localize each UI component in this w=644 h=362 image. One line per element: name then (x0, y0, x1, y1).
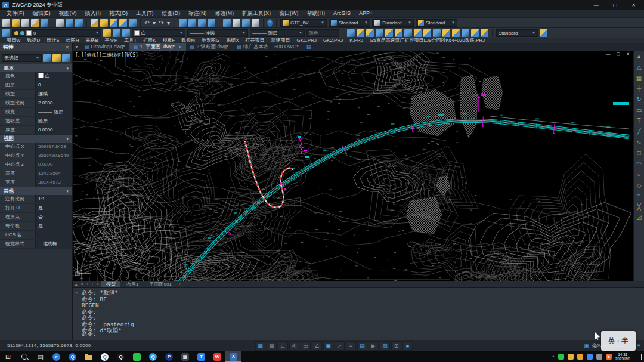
match-properties-icon[interactable] (129, 19, 137, 27)
osnap-toggle[interactable]: ▭ (301, 341, 311, 351)
custom-menu-item[interactable]: GK1.PRJ (294, 38, 320, 43)
command-close-icon[interactable]: ✕ (75, 290, 78, 295)
units-label[interactable]: 毫米 (592, 342, 602, 349)
dim-ordinate-icon[interactable] (376, 29, 383, 37)
drawing-canvas[interactable] (73, 51, 633, 281)
grid-toggle[interactable]: ▦ (255, 341, 265, 351)
menu-item[interactable]: 窗口(W) (275, 10, 303, 17)
taskbar-tencent-docs-icon[interactable]: T (193, 351, 209, 362)
property-value[interactable]: 509917.8423 (35, 143, 72, 151)
taskbar-360-speed-browser-icon[interactable]: Q (64, 351, 80, 362)
lineweight-toggle[interactable]: ≡ (346, 341, 356, 351)
property-value[interactable]: 1242.8504 (35, 169, 72, 178)
polygon-icon[interactable]: ◇ (635, 181, 643, 189)
dim-aligned-icon[interactable] (357, 29, 364, 37)
menu-item[interactable]: 插入(I) (81, 10, 106, 17)
isolate-objects-toggle[interactable]: ■ (402, 341, 413, 351)
transparency-toggle[interactable]: ▤ (357, 341, 367, 351)
viewport-close-icon[interactable]: ✕ (626, 52, 630, 57)
line-icon[interactable]: ╱ (635, 128, 643, 135)
text-icon[interactable]: T (635, 117, 643, 125)
taskbar-file-explorer-icon[interactable] (80, 351, 97, 362)
property-value[interactable]: 1:1 (35, 195, 72, 203)
save-icon[interactable] (21, 19, 29, 27)
rotate-icon[interactable]: ↻ (635, 95, 643, 103)
property-value[interactable]: 是 (35, 222, 72, 230)
linetype-combo[interactable]: ——— 连续▼ (187, 29, 248, 37)
units-icon[interactable]: ▣ (584, 342, 589, 348)
menu-item[interactable]: 标注(N) (184, 10, 211, 17)
table-style-combo[interactable]: Standard▼ (372, 19, 414, 27)
minimize-icon[interactable]: — (594, 2, 599, 8)
dim-continue-icon[interactable] (423, 29, 431, 37)
polar-toggle[interactable]: ◎ (289, 341, 299, 351)
tray-wechat-icon[interactable] (558, 354, 564, 360)
publish-icon[interactable] (75, 19, 83, 27)
taskbar-clock[interactable]: 14:31 2025/8/6 (615, 352, 630, 361)
menu-item[interactable]: ArcGIS (329, 10, 355, 17)
maximize-icon[interactable]: ▢ (613, 2, 618, 8)
trim-icon[interactable]: ╳ (635, 203, 643, 211)
snap-toggle[interactable]: ▦ (267, 341, 277, 351)
tray-qq-2-icon[interactable] (577, 354, 583, 360)
ortho-toggle[interactable]: ∟ (278, 341, 288, 351)
menu-item[interactable]: 修改(M) (211, 10, 239, 17)
quick-select-icon[interactable] (62, 54, 70, 62)
dim-linear-icon[interactable] (347, 29, 355, 37)
menu-item[interactable]: 编辑(E) (29, 10, 55, 17)
new-icon[interactable] (2, 19, 10, 27)
selection-combo[interactable]: 无选择 ▼ (2, 54, 42, 62)
polyline-icon[interactable]: ∿ (635, 138, 643, 146)
copy-icon[interactable] (100, 19, 108, 27)
select-window-icon[interactable]: ▭ (635, 106, 643, 114)
otrack-toggle[interactable]: ∠ (312, 341, 322, 351)
color-combo[interactable]: 白▼ (132, 29, 185, 37)
dim-edit-icon[interactable] (462, 29, 469, 37)
text-style-combo[interactable]: GTF_IW▼ (280, 19, 327, 27)
move-icon[interactable]: ┼ (635, 85, 643, 92)
menu-item[interactable]: APP+ (355, 10, 377, 17)
sheet-set-icon[interactable] (242, 19, 250, 27)
offset-icon[interactable]: ≡ (635, 192, 643, 200)
collapse-icon[interactable]: ▾ (66, 137, 69, 141)
dynamic-ucs-toggle[interactable]: ▣ (323, 341, 333, 351)
command-line-panel[interactable]: ✕ 命令: *取消*命令: REREGEN命令:命令:命令: _pasteori… (73, 287, 644, 340)
selection-cycling-toggle[interactable]: ▶ (369, 341, 379, 351)
zoom-realtime-icon[interactable] (188, 19, 196, 27)
taskbar-start-icon[interactable]: ⊞ (0, 351, 16, 362)
dim-update-icon[interactable] (481, 29, 488, 37)
property-value[interactable]: 随层 (35, 117, 72, 125)
taskbar-wechat-icon[interactable] (129, 351, 145, 362)
property-value[interactable]: 白 (35, 72, 72, 81)
layout-nav-last-icon[interactable]: » (95, 282, 100, 286)
arc-icon[interactable]: ◠ (635, 160, 643, 168)
open-icon[interactable] (12, 19, 20, 27)
properties-section-header[interactable]: 基本▾ (0, 64, 72, 72)
taskbar-zwcad-icon[interactable]: Λ (225, 351, 242, 362)
menu-item[interactable]: 格式(O) (105, 10, 132, 17)
save-as-icon[interactable] (31, 19, 39, 27)
dim-center-mark-icon[interactable] (452, 29, 460, 37)
elevation-icon[interactable]: ▲ (635, 52, 643, 60)
property-value[interactable]: 3014.4573 (35, 178, 72, 187)
annotation-monitor-toggle[interactable]: ▨ (380, 341, 390, 351)
property-value[interactable]: 2.0000 (35, 99, 72, 107)
paste-special-icon[interactable] (119, 19, 127, 27)
dim-arc-length-icon[interactable] (366, 29, 374, 37)
properties-section-header[interactable]: 视图▾ (0, 135, 72, 143)
zoom-window-icon[interactable] (198, 19, 206, 27)
menu-item[interactable]: 绘图(D) (158, 10, 185, 17)
slope-icon[interactable]: △ (635, 63, 643, 71)
property-value[interactable] (35, 231, 72, 239)
command-prompt[interactable]: 命令: (82, 330, 97, 338)
collapse-icon[interactable]: ▾ (66, 189, 69, 194)
dim-tolerance-icon[interactable] (442, 29, 450, 37)
custom-menu-item[interactable]: K.PRJ (346, 38, 366, 43)
property-value[interactable]: 是 (35, 204, 72, 212)
close-icon[interactable]: ✕ (631, 2, 636, 8)
menu-item[interactable]: 文件(F) (2, 10, 29, 17)
circle-icon[interactable]: ○ (635, 171, 643, 178)
property-value[interactable]: ——— 随层 (35, 108, 72, 116)
tray-qq-1-icon[interactable] (568, 354, 574, 360)
viewport-restore-icon[interactable]: ▢ (617, 52, 621, 57)
